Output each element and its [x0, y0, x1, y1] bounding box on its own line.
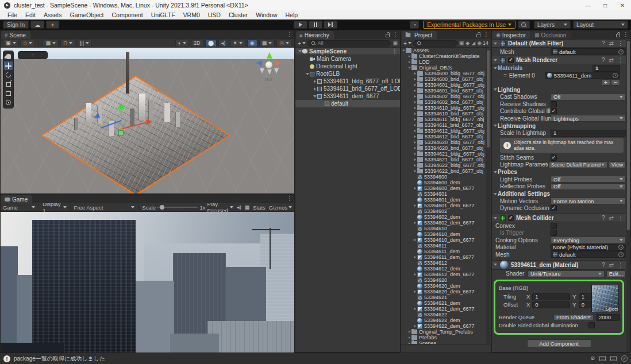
project-item[interactable]: 53394612_bldg_6677_obj	[401, 128, 491, 134]
expand-arrow-icon[interactable]	[414, 291, 416, 293]
project-item[interactable]: 53394602_dem	[401, 214, 491, 220]
menu-item-edit[interactable]: Edit	[21, 10, 40, 19]
mesh-renderer-header[interactable]: ✓ Mesh Renderer ?⇄⋮	[492, 56, 626, 64]
hierarchy-item[interactable]: 53394611_brid_6677_off_LOD1	[295, 85, 400, 92]
project-item[interactable]: 53394621_brid_6677_obj	[401, 157, 491, 162]
step-button[interactable]	[324, 21, 337, 29]
rotate-tool-button[interactable]	[4, 71, 13, 79]
expand-arrow-icon[interactable]	[409, 331, 410, 333]
project-item[interactable]: 53394622_brid_6677_obj	[401, 168, 491, 174]
project-item[interactable]: 53394610_bldg_6677_obj	[401, 105, 491, 111]
material-header[interactable]: 53394611_dem (Material) ?⇄⋮	[492, 260, 626, 270]
mesh-collider-header[interactable]: ✓ Mesh Collider ?⇄⋮	[492, 214, 626, 222]
object-picker-icon[interactable]	[618, 245, 624, 250]
view-button[interactable]: View	[609, 161, 626, 168]
select-label[interactable]: Select	[606, 307, 618, 312]
presets-icon[interactable]: ⇄	[609, 40, 614, 47]
label-icon[interactable]: ◢	[471, 41, 475, 46]
status-message[interactable]: package一覧の取得に成功しました	[14, 355, 105, 363]
stats-button[interactable]: Stats	[253, 204, 266, 211]
project-item[interactable]: 53394622_dem	[401, 317, 491, 323]
mesh-filter-header[interactable]: Default (Mesh Filter) ?⇄⋮	[492, 39, 626, 48]
game-audio-icon[interactable]: ◂)	[237, 205, 241, 210]
layers-dropdown[interactable]: Layers	[534, 21, 571, 29]
help-icon[interactable]: ?	[602, 262, 605, 268]
expand-arrow-icon[interactable]	[306, 73, 309, 75]
expand-arrow-icon[interactable]	[414, 170, 416, 172]
hierarchy-menu-icon[interactable]: ⋮	[393, 32, 398, 37]
physic-material-field[interactable]: None (Physic Material)	[551, 244, 626, 251]
layout-dropdown[interactable]: Layout	[573, 21, 628, 29]
scene-options-icon[interactable]: ⋮	[392, 48, 400, 54]
project-item[interactable]: Prefabs	[401, 335, 491, 340]
expand-arrow-icon[interactable]	[414, 239, 416, 241]
dynamic-occlusion-checkbox[interactable]: ✓	[551, 205, 557, 211]
reflection-probes-dropdown[interactable]: Off	[551, 183, 626, 190]
cast-shadows-dropdown[interactable]: Off	[551, 94, 626, 100]
project-item[interactable]: 53394621	[401, 295, 491, 300]
expand-arrow-icon[interactable]	[409, 67, 411, 69]
light-probes-dropdown[interactable]: Off	[551, 176, 626, 183]
axis-neg-cone[interactable]	[267, 69, 272, 75]
expand-arrow-icon[interactable]	[414, 273, 416, 276]
stitch-seams-checkbox[interactable]: ✓	[551, 154, 557, 161]
expand-arrow-icon[interactable]	[314, 80, 316, 83]
tab-occlusion[interactable]: ▦Occlusion	[531, 31, 571, 39]
project-search-input[interactable]	[413, 40, 457, 47]
add-material-button[interactable]: +	[601, 79, 610, 86]
add-component-button[interactable]: Add Component	[527, 339, 591, 348]
menu-item-assets[interactable]: Assets	[40, 10, 66, 19]
object-picker-icon[interactable]	[613, 73, 618, 78]
menu-item-window[interactable]: Window	[252, 10, 281, 19]
foldout-arrow-icon[interactable]	[494, 42, 497, 45]
object-picker-icon[interactable]	[618, 49, 624, 55]
expand-arrow-icon[interactable]	[414, 84, 416, 86]
expand-arrow-icon[interactable]	[414, 113, 416, 115]
project-item[interactable]: 53394620_dem_6677	[401, 289, 491, 295]
project-item[interactable]: 53394610_dem_6677	[401, 237, 491, 243]
menu-item-help[interactable]: Help	[282, 10, 302, 19]
expand-arrow-icon[interactable]	[414, 118, 416, 121]
expand-arrow-icon[interactable]	[414, 130, 416, 132]
mesh-renderer-enabled-checkbox[interactable]: ✓	[508, 57, 514, 63]
project-item[interactable]: 53394621_bldg_6677_obj	[401, 151, 491, 157]
expand-arrow-icon[interactable]	[414, 187, 416, 189]
services-button[interactable]: ✦	[46, 21, 59, 29]
project-item[interactable]: 53394601_dem	[401, 197, 491, 203]
project-item[interactable]: 53394601_dem_6677	[401, 203, 491, 208]
project-item[interactable]: 53394621_dem_6677	[401, 306, 491, 312]
project-item[interactable]: 53394611_dem	[401, 249, 491, 254]
project-item[interactable]: 53394611_bldg_6677_obj	[401, 117, 491, 122]
move-tool-button[interactable]	[4, 61, 13, 70]
expand-arrow-icon[interactable]	[409, 61, 410, 63]
game-menu-icon[interactable]: ⋮	[287, 196, 293, 202]
project-item[interactable]: 53394600_dem	[401, 180, 491, 185]
render-queue-mode-dropdown[interactable]: From Shader	[553, 314, 594, 321]
project-item[interactable]: 53394612_dem_6677	[401, 272, 491, 277]
expand-arrow-icon[interactable]	[414, 308, 416, 310]
shading-mode-dropdown[interactable]: ◐	[175, 40, 189, 47]
status-check-icon[interactable]: ✓	[621, 355, 628, 362]
menu-item-unigltf[interactable]: UniGLTF	[147, 10, 179, 19]
project-scrollbar-thumb[interactable]	[487, 50, 490, 148]
project-item[interactable]: 53394620	[401, 277, 491, 283]
play-button[interactable]	[294, 21, 307, 29]
sign-in-button[interactable]: Sign In	[3, 21, 29, 29]
object-picker-icon[interactable]	[618, 252, 624, 257]
materials-foldout[interactable]: Materials 1	[492, 64, 626, 72]
project-item[interactable]: 53394621_dem	[401, 300, 491, 306]
cloud-button[interactable]: ☁	[30, 21, 44, 29]
contribute-gi-checkbox[interactable]: ✓	[551, 108, 557, 114]
expand-arrow-icon[interactable]	[414, 141, 416, 144]
project-menu-icon[interactable]: ⋮	[483, 32, 489, 37]
mesh-object-field[interactable]: default	[551, 48, 626, 55]
scene-menu-icon[interactable]: ⋮	[287, 32, 293, 37]
tab-scene[interactable]: #Scene	[1, 31, 30, 39]
project-scrollbar[interactable]	[486, 49, 490, 344]
hierarchy-item[interactable]: 53394611_bldg_6677_off_LOD1	[295, 78, 400, 85]
mode-2d-button[interactable]: 2D	[191, 40, 203, 47]
hierarchy-picker-icon[interactable]: ▣	[393, 41, 398, 46]
effects-dropdown[interactable]: ✦	[230, 40, 245, 47]
project-item[interactable]: Original_OBJs	[401, 65, 491, 71]
scene-viewport[interactable]: =Iso =	[1, 48, 294, 193]
